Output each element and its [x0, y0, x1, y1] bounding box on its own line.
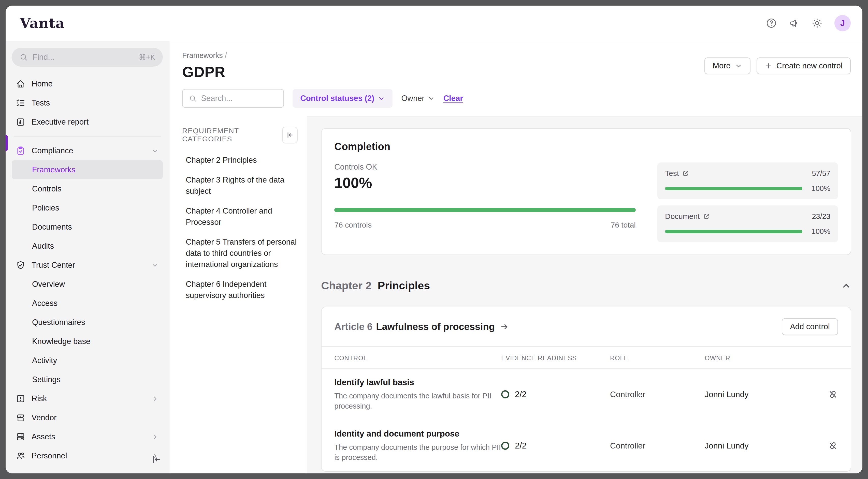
sidebar-item-label: Policies	[32, 203, 59, 213]
requirement-categories-header: REQUIREMENT CATEGORIES	[182, 127, 298, 143]
article-6-header: Article 6 Lawfulness of processing Add c…	[321, 307, 851, 346]
chapter-title: Principles	[378, 280, 430, 292]
control-statuses-filter[interactable]: Control statuses (2)	[292, 89, 393, 108]
sidebar-item-knowledge-base[interactable]: Knowledge base	[12, 332, 163, 351]
test-stat-name[interactable]: Test	[665, 169, 689, 178]
sidebar-item-overview[interactable]: Overview	[12, 275, 163, 294]
create-new-control-button[interactable]: Create new control	[756, 58, 851, 74]
find-shortcut: ⌘+K	[138, 53, 155, 62]
sidebar-item-home[interactable]: Home	[12, 74, 163, 93]
completion-title: Completion	[334, 141, 838, 152]
sidebar-item-audits[interactable]: Audits	[12, 236, 163, 256]
breadcrumb[interactable]: Frameworks /	[182, 51, 227, 60]
page-header: Frameworks / GDPR More Create new contro…	[169, 41, 862, 81]
help-icon[interactable]	[766, 18, 777, 29]
sidebar-item-label: Personnel	[32, 451, 67, 460]
column-role: ROLE	[610, 354, 705, 362]
sidebar-item-assets[interactable]: Assets	[12, 427, 163, 446]
main-content: Frameworks / GDPR More Create new contro…	[169, 41, 862, 473]
category-item[interactable]: Chapter 2 Principles	[186, 155, 298, 166]
category-item[interactable]: Chapter 3 Rights of the data subject	[186, 174, 298, 197]
sidebar-item-label: Frameworks	[32, 165, 75, 174]
sidebar-item-trust-center[interactable]: Trust Center	[12, 256, 163, 275]
article-6-title-link[interactable]: Article 6 Lawfulness of processing	[334, 321, 509, 332]
clear-filters-link[interactable]: Clear	[443, 94, 463, 103]
page-header-actions: More Create new control	[705, 58, 851, 74]
user-avatar[interactable]: J	[834, 15, 851, 31]
evidence-count: 2/2	[515, 441, 527, 450]
completion-progress-bar	[334, 208, 636, 212]
sidebar-item-vendor[interactable]: Vendor	[12, 408, 163, 427]
sidebar-item-policies[interactable]: Policies	[12, 198, 163, 217]
sidebar-item-controls[interactable]: Controls	[12, 179, 163, 198]
controls-ok-percent: 100%	[334, 174, 636, 191]
sidebar-item-settings[interactable]: Settings	[12, 370, 163, 389]
checklist-icon	[16, 98, 25, 108]
sidebar-item-access[interactable]: Access	[12, 294, 163, 313]
requirement-categories-title: REQUIREMENT CATEGORIES	[182, 127, 282, 143]
sidebar-item-label: Tests	[32, 98, 50, 107]
document-stat-name[interactable]: Document	[665, 212, 710, 221]
category-item[interactable]: Chapter 6 Independent supervisory author…	[186, 279, 298, 301]
search-input[interactable]	[201, 94, 277, 103]
article-prefix: Article 6	[334, 321, 372, 332]
category-item[interactable]: Chapter 4 Controller and Processor	[186, 205, 298, 228]
category-item[interactable]: Chapter 5 Transfers of personal data to …	[186, 236, 298, 270]
sidebar-item-activity[interactable]: Activity	[12, 351, 163, 370]
home-icon	[16, 79, 25, 89]
test-label: Test	[665, 169, 679, 178]
evidence-readiness-cell: 2/2	[501, 441, 610, 450]
search-box[interactable]	[182, 89, 284, 108]
active-section-indicator	[6, 135, 8, 151]
sidebar-item-risk[interactable]: Risk	[12, 389, 163, 408]
control-description: The company documents the purpose for wh…	[334, 442, 501, 462]
sidebar-item-label: Controls	[32, 184, 61, 193]
column-evidence-readiness: EVIDENCE READINESS	[501, 354, 610, 362]
owner-filter-label: Owner	[401, 94, 424, 103]
sidebar-item-tests[interactable]: Tests	[12, 93, 163, 113]
collapse-sidebar-icon[interactable]	[152, 455, 161, 464]
top-bar: Vanta J	[6, 6, 862, 41]
report-chart-icon	[16, 117, 25, 127]
chevron-right-icon	[151, 433, 159, 441]
owner-filter[interactable]: Owner	[401, 94, 435, 103]
evidence-count: 2/2	[515, 389, 527, 399]
sidebar-item-label: Settings	[32, 375, 61, 384]
app-window: Vanta J ⌘+K	[6, 6, 862, 473]
column-owner: OWNER	[705, 354, 815, 362]
settings-gear-icon[interactable]	[811, 18, 823, 29]
sidebar-item-questionnaires[interactable]: Questionnaires	[12, 313, 163, 332]
chevron-down-icon	[735, 62, 742, 70]
unlink-control-icon[interactable]	[828, 389, 838, 400]
more-button[interactable]: More	[705, 58, 750, 74]
unlink-control-icon[interactable]	[828, 441, 838, 451]
find-search[interactable]: ⌘+K	[12, 48, 163, 67]
requirement-categories-panel: REQUIREMENT CATEGORIES Chapter 2 Princip…	[169, 117, 307, 473]
sidebar-item-compliance[interactable]: Compliance	[12, 141, 163, 160]
clipboard-check-icon	[16, 146, 25, 156]
sidebar-item-label: Risk	[32, 394, 47, 403]
add-control-button[interactable]: Add control	[782, 318, 838, 335]
announcements-icon[interactable]	[788, 18, 800, 29]
control-name[interactable]: Identify lawful basis	[334, 378, 501, 387]
collapse-panel-button[interactable]	[282, 127, 298, 143]
control-name[interactable]: Identity and document purpose	[334, 429, 501, 439]
collapse-section-button[interactable]	[841, 281, 851, 291]
sidebar-divider	[14, 136, 161, 136]
requirement-categories-list: Chapter 2 Principles Chapter 3 Rights of…	[182, 155, 298, 301]
control-row[interactable]: Identify lawful basis The company docume…	[321, 369, 851, 420]
sidebar-item-documents[interactable]: Documents	[12, 217, 163, 236]
article-title: Lawfulness of processing	[376, 321, 495, 332]
find-input[interactable]	[33, 53, 134, 62]
breadcrumb-frameworks[interactable]: Frameworks	[182, 51, 223, 60]
control-row[interactable]: Identity and document purpose The compan…	[321, 420, 851, 471]
sidebar-item-executive-report[interactable]: Executive report	[12, 113, 163, 131]
sidebar-item-personnel[interactable]: Personnel	[12, 446, 163, 465]
role-cell: Controller	[610, 441, 705, 450]
controls-ok-label: Controls OK	[334, 162, 636, 171]
owner-cell: Jonni Lundy	[705, 441, 815, 450]
document-percent: 100%	[809, 227, 830, 236]
chevron-down-icon	[151, 147, 159, 155]
sidebar-item-frameworks[interactable]: Frameworks	[12, 160, 163, 179]
chevron-down-icon	[428, 95, 435, 102]
